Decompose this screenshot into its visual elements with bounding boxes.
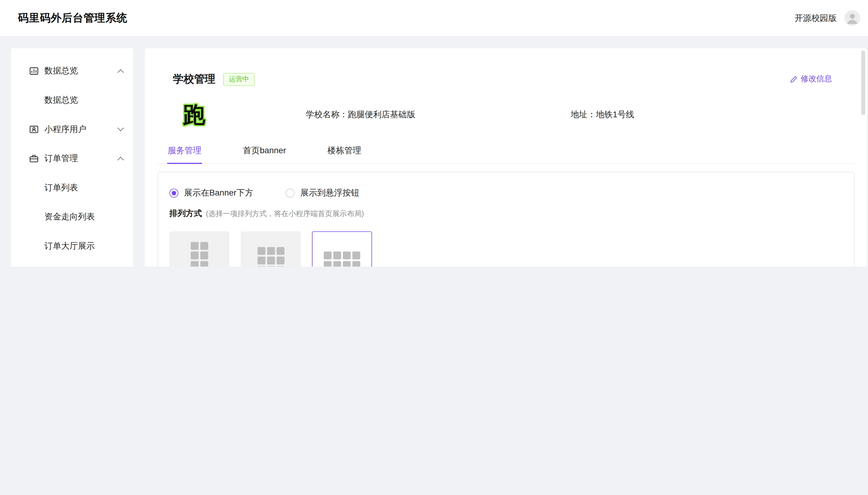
edit-info-label: 修改信息: [801, 74, 832, 84]
app: 码里码外后台管理系统 开源校园版 数据总览: [0, 0, 868, 267]
sidebar-main-block: 数据总览 数据总览 小程序用户: [11, 48, 133, 267]
status-badge: 运营中: [223, 73, 254, 86]
sidebar-item-data-overview[interactable]: 数据总览: [11, 56, 133, 86]
user-avatar[interactable]: [845, 10, 860, 26]
layout-options: [170, 231, 843, 267]
tab-building-management[interactable]: 楼栋管理: [327, 146, 362, 163]
school-address: 地址：地铁1号线: [570, 109, 634, 120]
chevron-up-icon: [118, 69, 124, 75]
sidebar-item-label: 订单大厅展示: [45, 241, 95, 251]
layout-option-3x3[interactable]: [241, 231, 301, 267]
grid-2x4-icon: [191, 242, 208, 267]
sidebar-subitem-time-requirement-config[interactable]: 时间要求配置: [11, 260, 133, 267]
layout-option-2x4[interactable]: [170, 231, 230, 267]
top-header: 码里码外后台管理系统 开源校园版: [0, 0, 868, 36]
sidebar-item-miniprogram-users[interactable]: 小程序用户: [11, 115, 133, 144]
card-scrollbar[interactable]: [861, 50, 865, 115]
tab-service-management[interactable]: 服务管理: [167, 146, 202, 163]
pencil-icon: [790, 75, 798, 83]
page-title: 学校管理: [173, 72, 215, 86]
sidebar-subitem-data-overview[interactable]: 数据总览: [11, 85, 133, 115]
sidebar-item-label: 订单列表: [45, 182, 78, 193]
radio-selected-icon: [170, 188, 178, 197]
chevron-up-icon: [118, 156, 124, 163]
edit-info-link[interactable]: 修改信息: [790, 74, 832, 84]
display-position-radios: 展示在Banner下方 展示到悬浮按钮: [170, 188, 843, 198]
sidebar-item-label: 数据总览: [45, 65, 78, 76]
sidebar: 数据总览 数据总览 小程序用户: [11, 48, 133, 267]
grid-3x3-icon: [257, 247, 284, 267]
sidebar-item-label: 小程序用户: [45, 124, 86, 135]
version-label: 开源校园版: [795, 13, 837, 23]
user-icon: [845, 10, 860, 26]
title-row: 学校管理 运营中 修改信息: [173, 72, 832, 86]
school-info-row: 跑 学校名称：跑腿便利店基础版 地址：地铁1号线: [179, 101, 867, 129]
page-body: 数据总览 数据总览 小程序用户: [0, 36, 868, 267]
display-settings-box: 展示在Banner下方 展示到悬浮按钮 排列方式 (选择一项排列方式，将在小程序…: [158, 172, 854, 267]
arrangement-hint: (选择一项排列方式，将在小程序端首页展示布局): [206, 208, 364, 219]
radio-floating-button[interactable]: 展示到悬浮按钮: [286, 188, 359, 198]
school-logo: 跑: [179, 101, 209, 129]
school-name: 学校名称：跑腿便利店基础版: [306, 109, 415, 120]
sidebar-item-order-management[interactable]: 订单管理: [11, 144, 133, 173]
radio-unselected-icon: [286, 188, 295, 197]
sidebar-item-label: 资金走向列表: [45, 211, 95, 222]
overview-icon: [29, 66, 39, 75]
sidebar-subitem-order-list[interactable]: 订单列表: [11, 173, 133, 202]
app-title: 码里码外后台管理系统: [18, 11, 127, 25]
sidebar-subitem-order-hall-display[interactable]: 订单大厅展示: [11, 231, 133, 260]
radio-label: 展示到悬浮按钮: [301, 188, 359, 198]
radio-label: 展示在Banner下方: [184, 188, 253, 198]
arrangement-row: 排列方式 (选择一项排列方式，将在小程序端首页展示布局): [170, 208, 843, 219]
sidebar-item-label: 订单管理: [45, 153, 78, 164]
main-card: 学校管理 运营中 修改信息 跑 学校名称：跑腿便利店基础版 地址：地铁1号线 服…: [145, 48, 867, 267]
layout-option-4x2[interactable]: [312, 231, 372, 267]
arrangement-label: 排列方式: [170, 208, 202, 219]
orders-icon: [29, 154, 39, 163]
miniprogram-users-icon: [29, 124, 39, 134]
sidebar-subitem-funds-flow-list[interactable]: 资金走向列表: [11, 202, 133, 232]
sidebar-item-label: 数据总览: [45, 95, 78, 105]
tab-home-banner[interactable]: 首页banner: [243, 146, 287, 163]
topbar-right: 开源校园版: [795, 10, 860, 26]
chevron-down-icon: [118, 125, 124, 131]
grid-4x2-icon: [324, 252, 360, 267]
radio-banner-below[interactable]: 展示在Banner下方: [170, 188, 253, 198]
tab-bar: 服务管理 首页banner 楼栋管理: [158, 146, 854, 164]
